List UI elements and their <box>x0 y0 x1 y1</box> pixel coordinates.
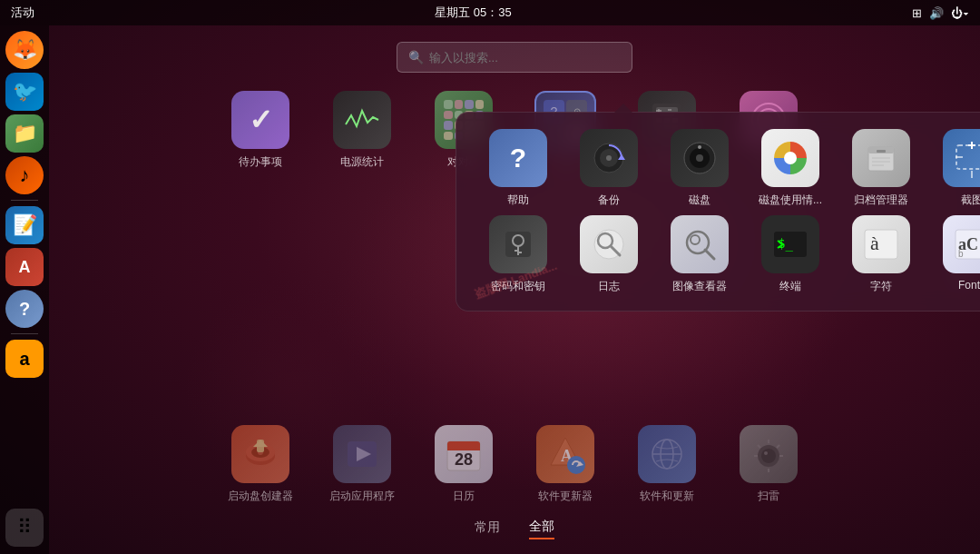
folder-row-1: ? 帮助 备份 <box>478 129 980 208</box>
main-area: 🔍 ✓ 待办事项 电源统计 对对碰 <box>49 25 980 554</box>
folder-app-fonts[interactable]: aC b Fonts <box>932 215 980 294</box>
dock-item-appgrid[interactable]: ⠿ <box>5 509 44 547</box>
folder-app-password[interactable]: 密码和密钥 <box>478 215 558 294</box>
folder-label-password: 密码和密钥 <box>491 279 545 294</box>
svg-point-75 <box>761 449 776 463</box>
folder-label-diskusage: 磁盘使用情... <box>759 193 822 208</box>
dock-item-appstore[interactable]: A <box>5 248 44 286</box>
svg-point-21 <box>696 154 703 162</box>
dock-item-writer[interactable]: 📝 <box>5 206 44 244</box>
app-label-softupdate: 软件和更新 <box>640 489 694 504</box>
folder-app-archive[interactable]: 归档管理器 <box>841 129 921 208</box>
svg-text:$_: $_ <box>778 236 793 252</box>
app-label-startup: 启动盘创建器 <box>228 489 293 504</box>
svg-point-24 <box>784 152 797 164</box>
dock-item-firefox[interactable]: 🦊 <box>5 31 44 69</box>
bottom-apps-grid: 启动盘创建器 启动应用程序 28 日历 <box>220 425 808 504</box>
network-icon[interactable]: ⊞ <box>912 6 922 20</box>
folder-app-terminal[interactable]: $_ 终端 <box>750 215 830 294</box>
power-icon[interactable]: ⏻▾ <box>951 6 969 20</box>
folder-icon-diskusage <box>761 129 819 187</box>
search-bar[interactable]: 🔍 <box>397 42 632 73</box>
dock-item-thunderbird[interactable]: 🐦 <box>5 73 44 111</box>
folder-popup: ? 帮助 备份 <box>456 112 980 312</box>
app-mine[interactable]: 扫雷 <box>729 425 808 504</box>
volume-icon[interactable]: 🔊 <box>929 6 944 20</box>
tab-all[interactable]: 全部 <box>529 519 554 539</box>
dock-item-files[interactable]: 📁 <box>5 114 44 153</box>
svg-rect-27 <box>877 150 886 153</box>
app-startup[interactable]: 启动盘创建器 <box>220 425 300 504</box>
folder-app-disks[interactable]: 磁盘 <box>660 129 740 208</box>
folder-app-backup[interactable]: 备份 <box>569 129 649 208</box>
dock: 🦊 🐦 📁 ♪ 📝 A ? a ⠿ <box>0 25 49 554</box>
folder-icon-archive <box>852 129 910 187</box>
dock-item-help[interactable]: ? <box>5 290 44 328</box>
app-icon-todo: ✓ <box>231 91 289 149</box>
app-startup2[interactable]: 启动应用程序 <box>322 425 402 504</box>
folder-icon-help: ? <box>489 129 547 187</box>
svg-text:à: à <box>870 232 879 254</box>
svg-line-81 <box>777 445 779 448</box>
dock-separator <box>11 200 38 201</box>
app-label-calendar: 日历 <box>453 489 475 504</box>
folder-label-fonts: Fonts <box>958 279 980 292</box>
app-label-todo: 待办事项 <box>239 154 282 170</box>
app-icon-calendar: 28 <box>435 425 493 483</box>
topbar: 活动 星期五 05：35 ⊞ 🔊 ⏻▾ <box>0 0 980 25</box>
svg-line-80 <box>758 445 760 448</box>
folder-icon-imageview <box>671 215 729 273</box>
svg-line-47 <box>705 250 714 259</box>
app-power[interactable]: 电源统计 <box>322 91 402 173</box>
app-update[interactable]: A 软件更新器 <box>525 425 605 504</box>
folder-icon-charmap: à <box>852 215 910 273</box>
folder-label-terminal: 终端 <box>779 279 801 294</box>
folder-icon-screenshot <box>943 129 980 187</box>
folder-icon-password <box>489 215 547 273</box>
svg-text:28: 28 <box>455 450 473 469</box>
folder-row-2: 密码和密钥 日志 <box>478 215 980 294</box>
clock: 星期五 05：35 <box>435 5 512 21</box>
app-calendar[interactable]: 28 日历 <box>424 425 504 504</box>
app-icon-softupdate <box>638 425 696 483</box>
app-label-power: 电源统计 <box>340 154 384 170</box>
svg-point-17 <box>606 155 612 161</box>
search-icon: 🔍 <box>408 50 424 64</box>
app-icon-startup <box>231 425 289 483</box>
app-icon-startup2 <box>333 425 391 483</box>
dock-separator-2 <box>11 333 38 334</box>
svg-point-82 <box>764 451 768 455</box>
bottom-tabs: 常用 全部 <box>475 519 554 539</box>
folder-app-diskusage[interactable]: 磁盘使用情... <box>750 129 830 208</box>
folder-app-log[interactable]: 日志 <box>569 215 649 294</box>
dock-item-rhythmbox[interactable]: ♪ <box>5 156 44 194</box>
folder-label-imageview: 图像查看器 <box>672 279 727 294</box>
dock-item-amazon[interactable]: a <box>5 340 44 378</box>
folder-app-imageview[interactable]: 图像查看器 <box>660 215 740 294</box>
folder-arrow <box>614 104 632 113</box>
folder-app-charmap[interactable]: à 字符 <box>841 215 921 294</box>
app-todo[interactable]: ✓ 待办事项 <box>220 91 300 173</box>
app-icon-power <box>333 91 391 149</box>
svg-text:b: b <box>958 249 964 259</box>
folder-label-disks: 磁盘 <box>689 193 710 208</box>
folder-icon-terminal: $_ <box>761 215 819 273</box>
app-label-startup2: 启动应用程序 <box>329 489 395 504</box>
search-input[interactable] <box>429 51 621 64</box>
activities-label[interactable]: 活动 <box>11 5 34 21</box>
folder-icon-backup <box>580 129 638 187</box>
folder-icon-fonts: aC b <box>943 215 980 273</box>
folder-label-screenshot: 截图 <box>961 193 980 208</box>
folder-app-screenshot[interactable]: 截图 <box>932 129 980 208</box>
folder-app-help[interactable]: ? 帮助 <box>478 129 558 208</box>
app-label-update: 软件更新器 <box>538 489 593 504</box>
tab-common[interactable]: 常用 <box>475 519 500 539</box>
system-tray: ⊞ 🔊 ⏻▾ <box>912 6 969 20</box>
folder-icon-log <box>580 215 638 273</box>
app-icon-mine <box>740 425 798 483</box>
folder-label-log: 日志 <box>598 279 620 294</box>
app-softupdate[interactable]: 软件和更新 <box>627 425 707 504</box>
app-icon-update: A <box>536 425 594 483</box>
folder-label-archive: 归档管理器 <box>854 193 908 208</box>
folder-label-backup: 备份 <box>598 193 620 208</box>
